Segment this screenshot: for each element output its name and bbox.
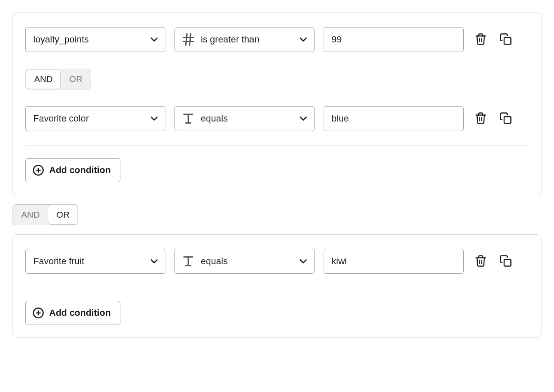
chevron-down-icon — [148, 113, 160, 124]
add-condition-label: Add condition — [49, 308, 111, 318]
svg-line-2 — [186, 34, 187, 45]
or-option[interactable]: OR — [61, 69, 91, 89]
number-icon — [181, 32, 196, 47]
condition-actions — [473, 31, 514, 48]
value-input[interactable] — [324, 106, 464, 131]
operator-select[interactable]: equals — [175, 106, 314, 131]
and-option[interactable]: AND — [13, 205, 48, 225]
duplicate-button[interactable] — [498, 31, 514, 48]
chevron-down-icon — [148, 256, 160, 267]
or-option[interactable]: OR — [48, 205, 78, 225]
add-condition-button[interactable]: Add condition — [25, 158, 120, 182]
trash-icon — [474, 255, 487, 268]
operator-select-value: is greater than — [201, 34, 260, 45]
text-icon — [181, 254, 196, 269]
svg-rect-8 — [504, 117, 511, 123]
chevron-down-icon — [297, 256, 309, 267]
condition-row: loyalty_points is greater than — [25, 27, 529, 52]
chevron-down-icon — [148, 34, 160, 45]
plus-circle-icon — [32, 307, 44, 319]
condition-group: Favorite fruit equals — [12, 234, 542, 338]
chevron-down-icon — [297, 34, 309, 45]
trash-icon — [474, 112, 487, 126]
and-option[interactable]: AND — [26, 69, 61, 89]
text-icon — [181, 111, 196, 126]
field-select-value: loyalty_points — [33, 34, 89, 45]
duplicate-button[interactable] — [498, 253, 514, 270]
operator-select[interactable]: equals — [175, 249, 314, 274]
duplicate-button[interactable] — [498, 110, 514, 127]
add-condition-button[interactable]: Add condition — [25, 301, 120, 325]
value-input[interactable] — [324, 249, 464, 274]
operator-select[interactable]: is greater than — [175, 27, 314, 52]
operator-select-value: equals — [201, 256, 228, 267]
delete-button[interactable] — [473, 110, 489, 127]
add-condition-label: Add condition — [49, 165, 111, 176]
and-or-toggle: AND OR — [12, 204, 78, 225]
copy-icon — [499, 255, 512, 268]
svg-line-3 — [190, 34, 191, 45]
condition-row: Favorite fruit equals — [25, 249, 529, 274]
group-connector: AND OR — [12, 204, 542, 225]
trash-icon — [474, 33, 487, 47]
field-select[interactable]: loyalty_points — [25, 27, 165, 52]
condition-actions — [473, 253, 514, 270]
delete-button[interactable] — [473, 253, 489, 270]
field-select[interactable]: Favorite fruit — [25, 249, 165, 274]
value-input[interactable] — [324, 27, 464, 52]
divider — [25, 288, 529, 288]
condition-actions — [473, 110, 514, 127]
svg-rect-4 — [504, 37, 511, 44]
field-select-value: Favorite fruit — [33, 256, 84, 267]
condition-connector: AND OR — [25, 69, 529, 89]
condition-group: loyalty_points is greater than — [12, 12, 542, 195]
plus-circle-icon — [32, 164, 44, 176]
svg-rect-15 — [504, 259, 511, 266]
divider — [25, 145, 529, 146]
chevron-down-icon — [297, 113, 309, 124]
delete-button[interactable] — [473, 31, 489, 48]
copy-icon — [499, 33, 512, 47]
copy-icon — [499, 112, 512, 126]
operator-select-value: equals — [201, 113, 228, 124]
condition-row: Favorite color equals — [25, 106, 529, 131]
field-select-value: Favorite color — [33, 113, 89, 124]
and-or-toggle: AND OR — [25, 69, 91, 89]
field-select[interactable]: Favorite color — [25, 106, 165, 131]
